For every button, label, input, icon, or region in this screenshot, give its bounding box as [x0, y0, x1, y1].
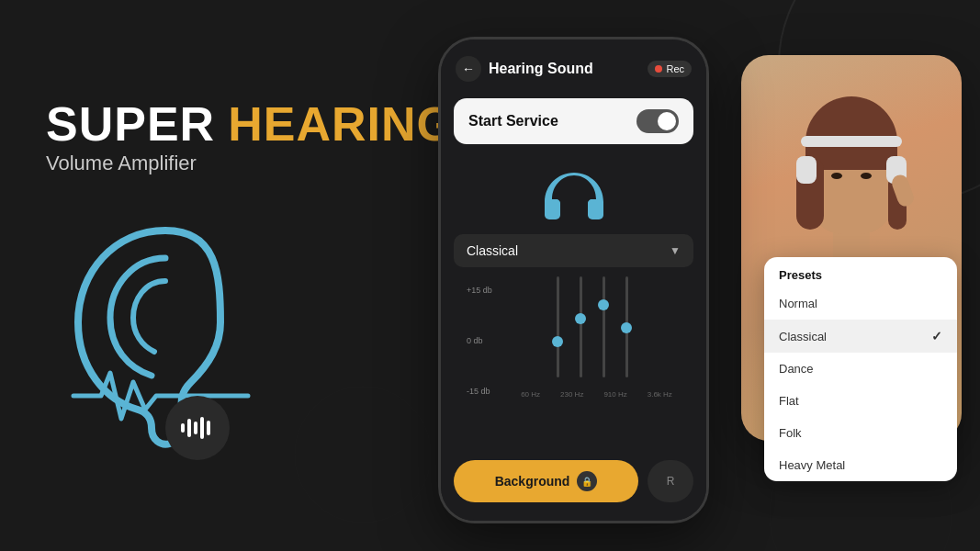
eq-slider-3[interactable] — [603, 276, 605, 377]
ear-icon — [46, 212, 285, 451]
screen-title: Hearing Sound — [489, 61, 640, 77]
freq-label-4: 3.6k Hz — [648, 390, 672, 399]
preset-label-normal: Normal — [779, 297, 817, 310]
service-label: Start Service — [468, 113, 558, 129]
eq-slider-4[interactable] — [625, 276, 628, 377]
rec-label: Rec — [666, 63, 684, 74]
svg-rect-5 — [545, 199, 560, 219]
title-super: SUPER — [46, 100, 215, 148]
svg-rect-3 — [200, 417, 204, 439]
phone-mockup: ← Hearing Sound Rec Start Service — [438, 37, 709, 523]
svg-rect-6 — [588, 199, 603, 219]
toggle-knob — [658, 112, 676, 130]
preset-item-flat[interactable]: Flat — [764, 385, 957, 417]
left-section: SUPER HEARING Volume Amplifier — [0, 0, 413, 551]
svg-rect-0 — [181, 423, 185, 433]
headphone-icon — [441, 152, 706, 234]
background-label: Background — [495, 474, 570, 489]
back-button[interactable]: ← — [456, 56, 481, 82]
db-label-high: +15 db — [467, 286, 492, 295]
preset-dropdown-popup: Presets Normal Classical ✓ Dance Flat Fo… — [764, 257, 957, 481]
rec-dot-icon — [655, 65, 662, 73]
preset-label-heavy-metal: Heavy Metal — [779, 458, 845, 472]
record-button[interactable]: R — [648, 460, 693, 502]
db-label-mid: 0 db — [467, 336, 492, 345]
background-button[interactable]: Background 🔒 — [454, 460, 638, 502]
sound-wave-icon — [165, 396, 230, 460]
freq-label-3: 910 Hz — [603, 390, 626, 399]
back-arrow-icon: ← — [462, 62, 475, 76]
selected-preset-label: Classical — [467, 243, 518, 258]
rec-button-label: R — [667, 475, 675, 488]
start-service-row: Start Service — [454, 98, 693, 144]
db-label-low: -15 db — [467, 387, 492, 396]
service-toggle[interactable] — [636, 109, 679, 133]
preset-item-dance[interactable]: Dance — [764, 353, 957, 385]
equalizer-area: +15 db 0 db -15 db — [441, 267, 706, 451]
svg-rect-2 — [194, 422, 197, 434]
dropdown-arrow-icon: ▼ — [670, 244, 681, 257]
preset-item-folk[interactable]: Folk — [764, 417, 957, 449]
eq-slider-2[interactable] — [580, 276, 582, 377]
phone-header: ← Hearing Sound Rec — [441, 39, 706, 91]
preset-item-normal[interactable]: Normal — [764, 287, 957, 320]
freq-label-2: 230 Hz — [560, 390, 583, 399]
svg-rect-4 — [207, 421, 210, 435]
preset-item-classical[interactable]: Classical ✓ — [764, 320, 957, 353]
preset-dropdown[interactable]: Classical ▼ — [454, 234, 693, 267]
freq-label-1: 60 Hz — [521, 390, 540, 399]
preset-label-classical: Classical — [779, 330, 827, 343]
right-section: ← Hearing Sound Rec Start Service — [411, 0, 980, 551]
bottom-buttons: Background 🔒 R — [441, 451, 706, 521]
preset-item-heavy-metal[interactable]: Heavy Metal — [764, 449, 957, 481]
check-icon: ✓ — [931, 329, 942, 343]
preset-label-flat: Flat — [779, 394, 799, 408]
svg-rect-1 — [187, 419, 191, 437]
lock-icon: 🔒 — [577, 471, 597, 491]
popup-header: Presets — [764, 257, 957, 287]
db-labels: +15 db 0 db -15 db — [467, 286, 492, 396]
preset-label-folk: Folk — [779, 426, 802, 440]
rec-badge[interactable]: Rec — [648, 61, 692, 77]
title-subtitle: Volume Amplifier — [46, 152, 367, 175]
preset-label-dance: Dance — [779, 362, 814, 376]
eq-slider-1[interactable] — [557, 276, 559, 377]
